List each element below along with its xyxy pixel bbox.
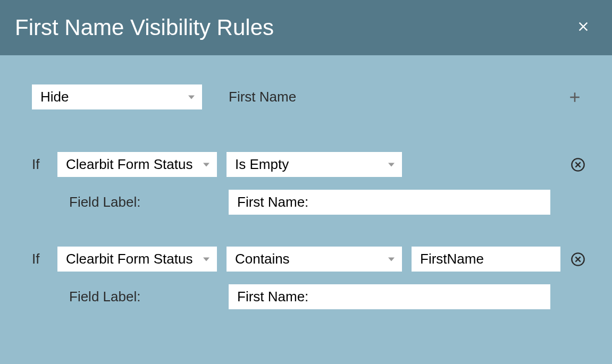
action-dropdown-value: Hide <box>40 89 69 105</box>
if-label: If <box>32 156 48 173</box>
dialog-title: First Name Visibility Rules <box>15 15 274 40</box>
condition-value-input[interactable] <box>412 247 560 272</box>
condition-operator-dropdown[interactable]: Contains <box>227 247 402 272</box>
field-label-text: Field Label: <box>69 194 229 210</box>
field-label-text: Field Label: <box>69 289 229 305</box>
condition-row: If Clearbit Form Status Is Empty <box>32 152 580 177</box>
dialog-header: First Name Visibility Rules <box>0 0 612 55</box>
action-field-name: First Name <box>229 89 296 105</box>
if-label: If <box>32 251 48 267</box>
field-label-input[interactable] <box>229 284 550 309</box>
chevron-down-icon <box>388 163 395 166</box>
chevron-down-icon <box>388 257 395 261</box>
chevron-down-icon <box>203 163 209 166</box>
action-row: Hide First Name <box>32 84 580 109</box>
condition-row: If Clearbit Form Status Contains <box>32 247 580 272</box>
field-label-input[interactable] <box>229 190 550 215</box>
close-icon[interactable] <box>576 18 591 37</box>
condition-operator-value: Is Empty <box>235 156 289 173</box>
condition-field-value: Clearbit Form Status <box>66 251 194 267</box>
chevron-down-icon <box>203 257 209 261</box>
condition-field-dropdown[interactable]: Clearbit Form Status <box>57 152 217 177</box>
chevron-down-icon <box>188 95 195 99</box>
condition-operator-value: Contains <box>235 251 290 267</box>
action-dropdown[interactable]: Hide <box>32 84 202 109</box>
condition-operator-dropdown[interactable]: Is Empty <box>227 152 402 177</box>
field-label-row: Field Label: <box>32 284 580 309</box>
condition-field-value: Clearbit Form Status <box>66 156 194 173</box>
remove-condition-button[interactable] <box>571 252 585 267</box>
remove-condition-button[interactable] <box>571 157 585 172</box>
condition-field-dropdown[interactable]: Clearbit Form Status <box>57 247 217 272</box>
dialog-content: Hide First Name If Clearbit Form Status … <box>0 55 612 341</box>
field-label-row: Field Label: <box>32 190 580 215</box>
add-rule-button[interactable] <box>564 87 585 108</box>
